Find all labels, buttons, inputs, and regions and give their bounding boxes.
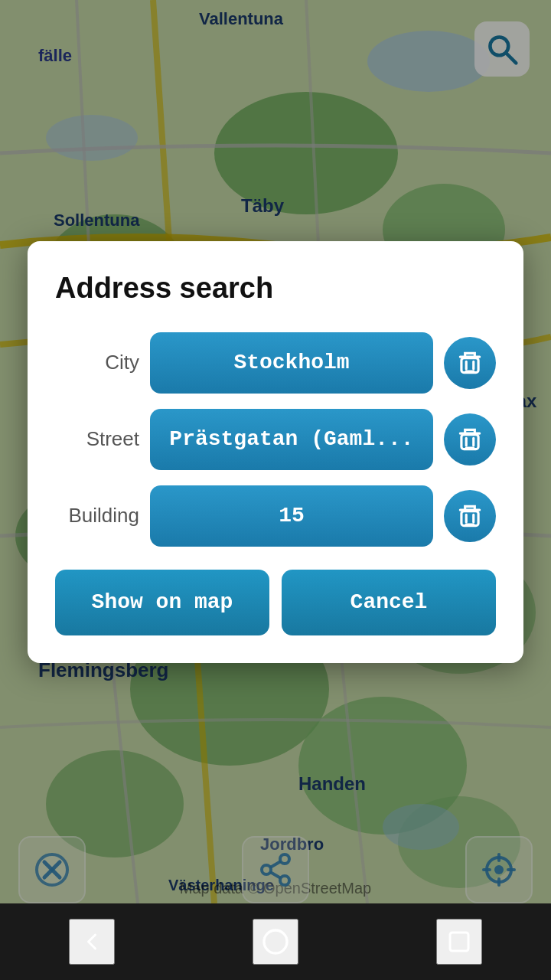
building-delete-button[interactable] (444, 490, 496, 542)
city-field-button[interactable]: Stockholm (150, 332, 433, 394)
dialog-actions: Show on map Cancel (55, 570, 496, 635)
nav-back-button[interactable] (69, 919, 115, 965)
city-row: City Stockholm (55, 332, 496, 394)
building-row: Building 15 (55, 485, 496, 547)
nav-recents-button[interactable] (436, 919, 482, 965)
svg-rect-48 (450, 933, 468, 951)
modal-overlay: Address search City Stockholm Street Prä… (0, 0, 551, 903)
street-field-button[interactable]: Prästgatan (Gaml... (150, 409, 433, 470)
city-label: City (55, 351, 139, 374)
address-search-dialog: Address search City Stockholm Street Prä… (28, 241, 523, 663)
street-label: Street (55, 427, 139, 451)
street-delete-button[interactable] (444, 413, 496, 466)
city-delete-button[interactable] (444, 337, 496, 389)
svg-point-47 (264, 930, 287, 953)
building-field-button[interactable]: 15 (150, 485, 433, 547)
street-row: Street Prästgatan (Gaml... (55, 409, 496, 470)
show-on-map-button[interactable]: Show on map (55, 570, 269, 635)
cancel-button[interactable]: Cancel (282, 570, 496, 635)
dialog-title: Address search (55, 272, 496, 305)
building-label: Building (55, 504, 139, 528)
system-nav-bar (0, 903, 551, 980)
nav-home-button[interactable] (253, 919, 298, 965)
